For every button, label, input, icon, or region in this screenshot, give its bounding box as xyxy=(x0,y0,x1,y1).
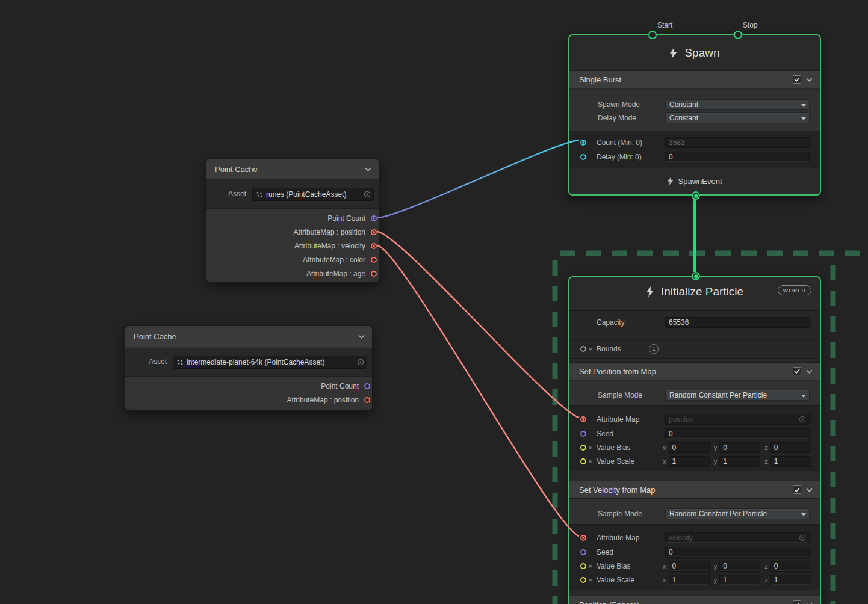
bias-z-field[interactable]: 0 xyxy=(770,442,811,453)
node-header[interactable]: Point Cache xyxy=(206,159,379,180)
input-port-attribute-map[interactable] xyxy=(580,416,586,422)
scale-y-field[interactable]: 1 xyxy=(719,575,760,585)
asset-object-field[interactable]: runes (PointCacheAsset) xyxy=(252,188,374,201)
object-picker-icon[interactable] xyxy=(364,191,371,198)
axis-label-x: x xyxy=(663,458,666,465)
block-enabled-checkbox[interactable] xyxy=(793,367,801,375)
input-port-value-bias[interactable] xyxy=(580,445,586,451)
input-port-seed[interactable] xyxy=(580,549,586,555)
context-properties: Capacity 65536 ▶ Bounds L xyxy=(569,310,820,359)
expander-icon[interactable]: ▶ xyxy=(589,564,592,568)
axis-label-y: y xyxy=(714,562,718,570)
input-port-attribute-map[interactable] xyxy=(580,535,586,541)
input-port-count[interactable] xyxy=(580,140,586,146)
seed-field[interactable]: 0 xyxy=(665,428,810,439)
block-header-single-burst[interactable]: Single Burst xyxy=(569,70,820,88)
attribute-map-field[interactable]: position xyxy=(665,414,810,425)
input-port-value-bias[interactable] xyxy=(580,563,586,569)
block-header-position-sphere[interactable]: Position (Sphere) xyxy=(569,596,820,604)
flow-input-port-stop[interactable] xyxy=(734,31,742,39)
field-value: 0 xyxy=(669,153,673,161)
count-field[interactable]: 3583 xyxy=(665,137,810,148)
node-initialize-particle[interactable]: Initialize Particle WORLD Capacity 65536… xyxy=(568,276,821,604)
spawn-mode-dropdown[interactable]: Constant xyxy=(665,99,810,110)
node-title-bar[interactable]: Spawn xyxy=(569,35,820,70)
object-picker-icon[interactable] xyxy=(799,416,806,423)
chevron-down-icon[interactable] xyxy=(806,369,813,374)
chevron-down-icon[interactable] xyxy=(806,488,813,492)
field-value: 1 xyxy=(723,457,727,466)
edge-velocity-to-attributemap[interactable] xyxy=(377,245,579,536)
attribute-map-field[interactable]: velocity xyxy=(665,532,810,543)
bounds-space-toggle[interactable]: L xyxy=(649,344,659,354)
expander-icon[interactable]: ▶ xyxy=(589,459,592,463)
object-picker-icon[interactable] xyxy=(799,534,806,541)
expander-icon[interactable]: ▶ xyxy=(589,578,592,582)
chevron-down-icon[interactable] xyxy=(358,334,365,339)
output-port-attributemap-velocity[interactable] xyxy=(371,243,377,249)
output-port-attributemap-position[interactable] xyxy=(364,397,370,403)
block-header-set-velocity-from-map[interactable]: Set Velocity from Map xyxy=(569,481,820,499)
delay-field[interactable]: 0 xyxy=(665,152,810,162)
expander-icon[interactable]: ▶ xyxy=(589,445,592,449)
bias-z-field[interactable]: 0 xyxy=(770,561,811,572)
scale-x-field[interactable]: 1 xyxy=(669,456,710,467)
sample-mode-dropdown[interactable]: Random Constant Per Particle xyxy=(665,508,810,519)
input-port-delay[interactable] xyxy=(580,154,586,160)
block-enabled-checkbox[interactable] xyxy=(793,75,801,84)
scale-y-field[interactable]: 1 xyxy=(719,456,760,467)
block-header-set-position-from-map[interactable]: Set Position from Map xyxy=(569,362,820,380)
bias-x-field[interactable]: 0 xyxy=(669,442,710,453)
scale-x-field[interactable]: 1 xyxy=(669,575,710,585)
property-row-value-scale: ▶ Value Scale x 1 y 1 z 1 xyxy=(569,455,820,468)
scale-z-field[interactable]: 1 xyxy=(770,456,811,467)
node-point-cache-planet[interactable]: Point Cache Asset intermediate-planet-64… xyxy=(125,325,373,411)
bias-x-field[interactable]: 0 xyxy=(669,561,710,572)
output-port-attributemap-color[interactable] xyxy=(371,257,377,263)
flow-input-port-start[interactable] xyxy=(648,31,657,39)
flow-output-port[interactable] xyxy=(692,191,700,200)
edge-pointcount-to-count[interactable] xyxy=(377,140,579,218)
output-port-point-count[interactable] xyxy=(371,215,377,221)
scale-z-field[interactable]: 1 xyxy=(770,575,811,585)
chevron-down-icon[interactable] xyxy=(806,78,813,82)
delay-mode-dropdown[interactable]: Constant xyxy=(665,112,810,123)
input-port-value-scale[interactable] xyxy=(580,458,586,464)
dropdown-value: Random Constant Per Particle xyxy=(669,510,767,518)
output-port-point-count[interactable] xyxy=(364,383,370,389)
seed-field[interactable]: 0 xyxy=(665,547,810,558)
input-port-value-scale[interactable] xyxy=(580,577,586,583)
node-spawn[interactable]: Start Stop Spawn Single Burst Spawn Mode xyxy=(568,34,821,196)
object-picker-icon[interactable] xyxy=(357,359,364,366)
block-enabled-checkbox[interactable] xyxy=(793,485,801,494)
space-badge[interactable]: WORLD xyxy=(778,285,811,295)
chevron-down-icon[interactable] xyxy=(365,167,371,171)
block-enabled-checkbox[interactable] xyxy=(793,600,801,604)
input-port-bounds[interactable] xyxy=(580,346,586,352)
asset-object-field[interactable]: intermediate-planet-64k (PointCacheAsset… xyxy=(173,356,367,369)
capacity-field[interactable]: 65536 xyxy=(665,317,811,328)
output-port-attributemap-position[interactable] xyxy=(371,229,377,235)
check-icon xyxy=(794,487,800,492)
node-title: Initialize Particle xyxy=(661,285,743,298)
bias-y-field[interactable]: 0 xyxy=(719,442,760,453)
flow-input-port[interactable] xyxy=(692,272,700,280)
asset-label: Asset xyxy=(149,357,167,366)
check-icon xyxy=(794,369,800,374)
output-section: Point Count AttributeMap : position xyxy=(125,377,372,410)
input-port-seed[interactable] xyxy=(580,431,586,437)
output-label: Point Count xyxy=(321,382,359,390)
sample-mode-dropdown[interactable]: Random Constant Per Particle xyxy=(665,390,810,401)
block-title: Single Burst xyxy=(579,75,793,84)
output-port-attributemap-age[interactable] xyxy=(371,271,377,277)
node-point-cache-runes[interactable]: Point Cache Asset runes (PointCacheAsset… xyxy=(206,158,379,283)
property-label: Count (Min: 0) xyxy=(597,138,642,147)
bias-y-field[interactable]: 0 xyxy=(719,561,760,572)
property-label: Value Scale xyxy=(597,457,634,466)
setting-row: Sample Mode Random Constant Per Particle xyxy=(569,507,820,520)
axis-label-x: x xyxy=(663,444,666,451)
node-title: Point Cache xyxy=(134,332,358,341)
node-header[interactable]: Point Cache xyxy=(125,326,372,347)
graph-canvas[interactable]: Point Cache Asset runes (PointCacheAsset… xyxy=(0,0,868,604)
expander-icon[interactable]: ▶ xyxy=(589,347,592,351)
